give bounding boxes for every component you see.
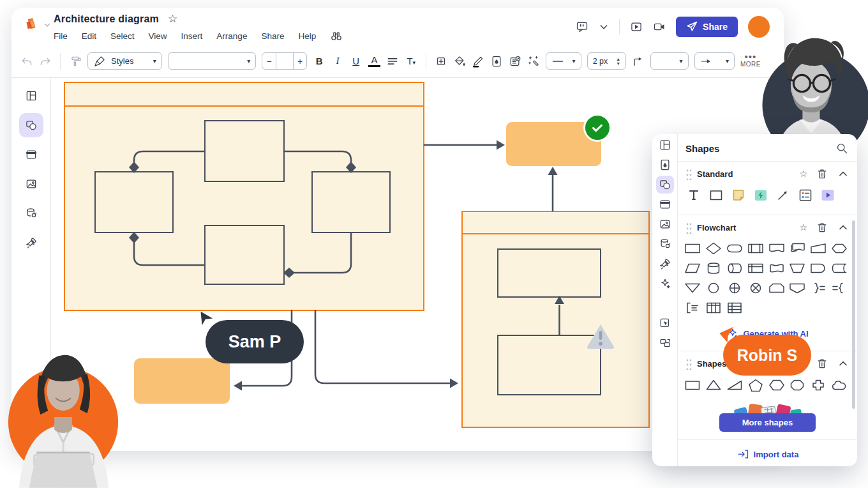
shape-database[interactable]: [705, 261, 722, 276]
styles-dropdown[interactable]: Styles ▾: [87, 52, 162, 70]
container-2-header[interactable]: [463, 212, 648, 234]
diagram-node-right[interactable]: [311, 171, 391, 233]
redo-icon[interactable]: [39, 55, 52, 68]
logo-block[interactable]: [23, 17, 51, 33]
drag-handle-icon[interactable]: [682, 357, 694, 370]
shape-decision[interactable]: [705, 241, 722, 256]
bold-button[interactable]: B: [313, 56, 326, 66]
menu-help[interactable]: Help: [298, 31, 316, 41]
shape-document[interactable]: [768, 241, 785, 256]
diagram-container-2[interactable]: [461, 211, 650, 428]
connector-style-dropdown[interactable]: ▾: [650, 52, 688, 70]
section-standard-header[interactable]: Standard ☆: [678, 162, 857, 183]
theme-icon[interactable]: [490, 55, 503, 68]
shape-column-table[interactable]: [705, 300, 722, 316]
share-button[interactable]: Share: [676, 17, 738, 37]
shape-manual-input[interactable]: [810, 241, 827, 256]
trash-icon[interactable]: [816, 221, 828, 234]
rail-item-integrations[interactable]: [656, 294, 674, 312]
italic-button[interactable]: I: [331, 56, 344, 66]
sidebar-item-data[interactable]: [19, 201, 43, 225]
shape-multiple-documents[interactable]: [789, 241, 805, 256]
more-shapes-button[interactable]: More shapes: [719, 413, 816, 432]
shape-display[interactable]: [768, 261, 785, 276]
arrow-style-dropdown[interactable]: ▾: [694, 52, 735, 70]
shape-process[interactable]: [684, 241, 701, 256]
shape-text[interactable]: [685, 188, 702, 203]
shape-off-page-connector[interactable]: [789, 280, 805, 296]
fill-color-icon[interactable]: [453, 55, 466, 68]
shape-rectangle[interactable]: [684, 377, 701, 393]
container-1-header[interactable]: [65, 83, 423, 107]
format-painter-icon[interactable]: [69, 55, 82, 68]
menu-insert[interactable]: Insert: [181, 31, 203, 41]
undo-icon[interactable]: [20, 55, 33, 68]
shape-terminator[interactable]: [726, 241, 743, 256]
shape-row-table[interactable]: [726, 300, 743, 316]
shape-pentagon[interactable]: [747, 377, 764, 393]
import-data-button[interactable]: Import data: [678, 439, 857, 468]
shape-internal-storage[interactable]: [747, 261, 764, 276]
section-flowchart-header[interactable]: Flowchart ☆: [678, 215, 857, 236]
shape-direct-access-storage[interactable]: [726, 261, 743, 276]
align-icon[interactable]: [386, 55, 399, 68]
rail-item-magic[interactable]: [656, 275, 674, 293]
diagram-node-top[interactable]: [204, 120, 285, 182]
rail-item-org[interactable]: [656, 334, 674, 352]
shape-frame-icon[interactable]: [435, 55, 447, 68]
shape-delay[interactable]: [810, 261, 827, 276]
favorite-section-icon[interactable]: ☆: [799, 169, 807, 179]
shape-triangle[interactable]: [705, 377, 722, 393]
shape-cloud[interactable]: [831, 377, 848, 393]
font-size-value[interactable]: [276, 53, 293, 69]
shape-lightning[interactable]: [752, 188, 769, 203]
comments-icon[interactable]: [576, 20, 588, 33]
font-size-minus[interactable]: −: [262, 53, 276, 69]
shape-or[interactable]: [747, 280, 764, 296]
connector-type-icon[interactable]: [632, 55, 645, 68]
diagram-node-left[interactable]: [94, 171, 174, 233]
shape-legend[interactable]: [797, 188, 814, 203]
sidebar-item-images[interactable]: [19, 172, 43, 196]
collapse-chevron-up-icon[interactable]: [837, 221, 849, 234]
font-dropdown[interactable]: ▾: [168, 52, 256, 70]
text-color-button[interactable]: A: [368, 55, 381, 68]
shape-hexagon[interactable]: [768, 377, 785, 393]
menu-share[interactable]: Share: [261, 31, 284, 41]
menu-view[interactable]: View: [149, 31, 167, 41]
trash-icon[interactable]: [816, 167, 828, 180]
sidebar-item-templates[interactable]: [19, 84, 43, 108]
shape-sticky-note[interactable]: [730, 188, 747, 203]
rail-item-templates[interactable]: [656, 136, 674, 154]
shape-right-triangle[interactable]: [726, 377, 743, 393]
sidebar-item-frames[interactable]: [19, 142, 43, 167]
rail-item-frames[interactable]: [656, 195, 674, 213]
trash-icon[interactable]: [816, 357, 828, 370]
menu-edit[interactable]: Edit: [82, 31, 96, 41]
search-icon[interactable]: [835, 142, 848, 155]
highlight-node-pending[interactable]: [134, 358, 230, 404]
rail-item-launch[interactable]: [656, 255, 674, 273]
rail-item-shapes[interactable]: [656, 176, 674, 194]
shape-stored-data[interactable]: [831, 261, 848, 276]
magic-wand-icon[interactable]: [527, 55, 540, 68]
shape-note-bracket[interactable]: [684, 300, 701, 316]
shape-loop-limit[interactable]: [768, 280, 785, 296]
shape-extract[interactable]: [684, 280, 701, 296]
video-icon[interactable]: [653, 20, 666, 33]
line-style-dropdown[interactable]: ▾: [546, 52, 581, 70]
drag-handle-icon[interactable]: [682, 167, 694, 180]
underline-button[interactable]: U: [350, 56, 363, 66]
shape-predefined-process[interactable]: [747, 241, 764, 256]
shape-manual-operation[interactable]: [789, 261, 805, 276]
sidebar-item-launch[interactable]: [19, 231, 43, 255]
line-color-icon[interactable]: [472, 55, 484, 68]
rail-item-styles[interactable]: [656, 156, 674, 174]
shape-octagon[interactable]: [789, 377, 805, 393]
shape-cross[interactable]: [810, 377, 827, 393]
collapse-chevron-up-icon[interactable]: [837, 167, 849, 180]
menu-file[interactable]: File: [54, 31, 68, 41]
shape-brace-left[interactable]: [831, 280, 848, 296]
favorite-section-icon[interactable]: ☆: [799, 222, 807, 233]
panel-scrollbar[interactable]: [852, 220, 855, 409]
